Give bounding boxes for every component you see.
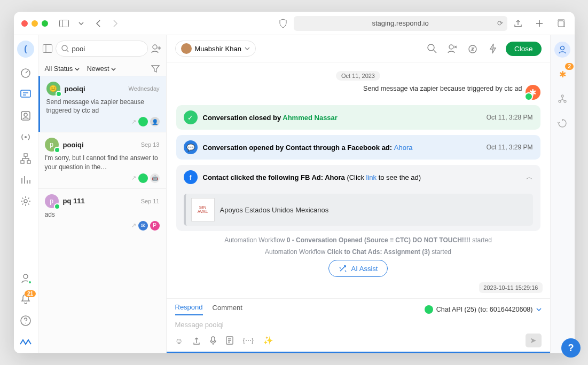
tab-comment[interactable]: Comment [213, 304, 242, 315]
chevron-down-icon[interactable] [75, 17, 88, 30]
activity-icon[interactable] [554, 91, 570, 107]
brand-logo-icon [20, 336, 32, 348]
zapier-avatar-icon: ✱ [526, 85, 540, 100]
svg-point-22 [449, 45, 453, 49]
event-time: Oct 11, 3:28 PM [487, 114, 533, 121]
reports-icon[interactable] [20, 174, 32, 186]
inbox-view-icon[interactable] [43, 44, 52, 53]
tab-respond[interactable]: Respond [175, 303, 203, 315]
collapse-icon[interactable]: ︿ [526, 172, 533, 182]
svg-point-17 [62, 45, 67, 51]
snooze-icon[interactable] [465, 41, 480, 56]
conversation-time: Sep 11 [141, 198, 160, 204]
event-fb-ad-click: f Contact clicked the following FB Ad: A… [176, 165, 540, 231]
close-button[interactable]: Close [506, 42, 542, 56]
conversation-time: Wednesday [129, 85, 160, 92]
add-contact-icon[interactable] [151, 44, 162, 53]
svg-point-14 [25, 323, 26, 324]
search-input[interactable]: pooi [56, 41, 148, 57]
svg-point-6 [24, 113, 27, 116]
sort-filter[interactable]: Newest [87, 65, 116, 73]
svg-point-27 [561, 95, 563, 97]
new-tab-icon[interactable] [533, 17, 546, 30]
contact-details-icon[interactable] [554, 42, 570, 58]
svg-rect-8 [24, 154, 27, 156]
history-icon[interactable] [554, 115, 570, 131]
composer-accent-bar [167, 352, 550, 353]
whatsapp-icon [425, 305, 433, 314]
status-filter[interactable]: All Status [45, 65, 80, 73]
ai-wand-icon[interactable]: ✨ [263, 336, 273, 345]
user-presence-icon[interactable] [20, 272, 32, 284]
filter-icon[interactable] [151, 65, 160, 73]
channel-picker[interactable]: Chat API (25) (to: 60164420608) [425, 305, 542, 314]
contact-name: pooiqi [63, 141, 84, 149]
notification-badge: 21 [25, 290, 36, 297]
chat-icon: 💬 [184, 140, 198, 154]
open-arrow-icon: ↗ [131, 222, 136, 229]
variable-icon[interactable]: {⋯} [243, 337, 254, 344]
right-sidebar: ✱2 [550, 35, 575, 353]
conversation-item[interactable]: 😑 pooiqi Wednesday Send message via zapi… [38, 76, 166, 132]
contact-avatar: p [45, 194, 59, 208]
workspace-avatar[interactable]: ( [17, 41, 34, 58]
reload-icon[interactable]: ⟳ [497, 19, 503, 27]
emoji-icon[interactable]: ☺ [175, 336, 183, 345]
inbox-icon[interactable] [20, 89, 32, 100]
ad-card[interactable]: SINAVAL Apoyos Estados Unidos Mexicanos [184, 194, 533, 226]
zapier-panel-icon[interactable]: ✱2 [554, 66, 570, 82]
ai-assist-button[interactable]: AI Assist [328, 260, 388, 277]
broadcast-icon[interactable] [20, 131, 32, 143]
workflow-icon[interactable] [485, 41, 500, 56]
svg-rect-9 [21, 161, 24, 163]
maximize-window-icon[interactable] [42, 20, 48, 27]
url-bar[interactable]: staging.respond.io ⟳ [294, 16, 507, 31]
outgoing-message: Send message via zapier because triggere… [249, 85, 540, 100]
settings-icon[interactable] [20, 195, 32, 207]
attach-icon[interactable] [193, 336, 200, 345]
browser-titlebar: staging.respond.io ⟳ [14, 12, 575, 35]
ad-link[interactable]: Ahora [394, 144, 413, 152]
shield-icon[interactable] [277, 17, 289, 30]
share-icon[interactable] [512, 17, 524, 30]
event-time: Oct 11, 3:29 PM [487, 144, 533, 151]
back-icon[interactable] [92, 17, 105, 30]
svg-line-18 [67, 50, 68, 52]
search-conversation-icon[interactable] [425, 41, 440, 56]
composer-toolbar: ☺ {⋯} ✨ ➤ [167, 331, 550, 352]
help-icon[interactable] [20, 315, 32, 327]
conversation-item[interactable]: p pq 111 Sep 11 ads ↗ ✉ P [38, 188, 166, 236]
left-nav: ( 21 [14, 35, 38, 353]
whatsapp-chip-icon [138, 117, 148, 126]
workspace-letter: ( [24, 44, 27, 54]
assign-icon[interactable] [445, 41, 460, 56]
notifications-icon[interactable]: 21 [20, 293, 32, 305]
send-button[interactable]: ➤ [526, 334, 542, 347]
url-text: staging.respond.io [372, 19, 428, 27]
forward-icon[interactable] [109, 17, 122, 30]
voice-icon[interactable] [210, 336, 216, 345]
svg-rect-15 [43, 45, 52, 53]
conversation-preview: ads [45, 210, 160, 219]
event-conversation-closed: ✓ Conversation closed by Ahmmed Nassar O… [176, 105, 540, 130]
tabs-icon[interactable] [554, 17, 567, 30]
svg-rect-0 [59, 20, 68, 27]
contacts-icon[interactable] [20, 110, 32, 122]
template-icon[interactable] [226, 336, 233, 345]
whatsapp-chip-icon [138, 173, 148, 183]
minimize-window-icon[interactable] [32, 20, 38, 27]
workflows-icon[interactable] [20, 153, 32, 164]
search-value: pooi [72, 45, 85, 53]
ad-title: Apoyos Estados Unidos Mexicanos [220, 206, 329, 214]
sidebar-toggle-icon[interactable] [58, 17, 70, 30]
message-input[interactable] [175, 321, 542, 329]
assignee-picker[interactable]: Muabshir Khan [175, 41, 256, 57]
event-text: Conversation closed by Ahmmed Nassar [203, 114, 338, 122]
svg-line-21 [434, 50, 436, 53]
close-window-icon[interactable] [21, 20, 28, 27]
fb-ad-link[interactable]: link [366, 173, 377, 181]
event-text: Conversation opened by Contact through a… [203, 144, 413, 152]
conversation-item[interactable]: p pooiqi Sep 13 I'm sorry, but I cannot … [38, 132, 166, 188]
dashboard-icon[interactable] [20, 67, 32, 79]
inbox-panel: pooi All Status Newest 😑 pooiqi Wednesda… [38, 35, 167, 353]
